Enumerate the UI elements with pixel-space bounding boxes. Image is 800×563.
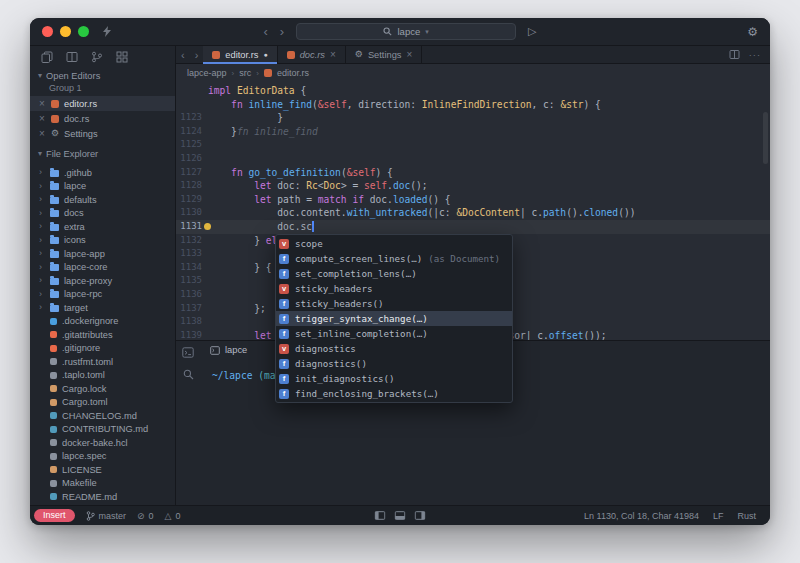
split-editor-icon[interactable] — [729, 49, 740, 60]
editor-tab[interactable]: doc.rs× — [278, 46, 346, 63]
tree-file-item[interactable]: .taplo.toml — [30, 369, 175, 383]
toggle-right-panel-icon[interactable] — [415, 511, 426, 520]
editor-tab-label: editor.rs — [225, 50, 258, 60]
tree-folder-item[interactable]: ›docs — [30, 207, 175, 221]
code-line[interactable]: 1124 }fn inline_find — [176, 125, 770, 139]
completion-item[interactable]: fsticky_headers() — [276, 296, 512, 311]
tree-file-item[interactable]: Cargo.lock — [30, 382, 175, 396]
open-editor-item[interactable]: ×⚙Settings — [30, 126, 175, 141]
function-kind-icon: f — [279, 329, 289, 339]
tree-file-item[interactable]: LICENSE — [30, 463, 175, 477]
tree-folder-item[interactable]: ›.github — [30, 166, 175, 180]
rust-file-icon — [51, 100, 59, 108]
rust-file-icon — [212, 51, 220, 59]
tree-file-item[interactable]: .gitignore — [30, 342, 175, 356]
editor-scrollbar[interactable] — [763, 112, 768, 164]
run-button[interactable]: ▷ — [528, 25, 536, 38]
completion-item[interactable]: ffind_enclosing_brackets(…) — [276, 386, 512, 401]
code-line[interactable]: 1130 doc.content.with_untracked(|c: &Doc… — [176, 206, 770, 220]
code-line[interactable]: 1128 let doc: Rc<Doc> = self.doc(); — [176, 179, 770, 193]
forward-button[interactable]: › — [280, 25, 284, 38]
code-line[interactable]: 1129 let path = match if doc.loaded() { — [176, 193, 770, 207]
tree-file-item[interactable]: .rustfmt.toml — [30, 355, 175, 369]
tab-forward-button[interactable]: › — [190, 49, 204, 61]
editor-layout-view-icon[interactable] — [66, 51, 78, 63]
tab-back-button[interactable]: ‹ — [176, 49, 190, 61]
completion-item[interactable]: ftrigger_syntax_change(…) — [276, 311, 512, 326]
code-line[interactable]: 1125 — [176, 138, 770, 152]
open-editor-item[interactable]: ×editor.rs — [30, 96, 175, 111]
warning-count[interactable]: △ 0 — [165, 511, 181, 521]
tabbar-actions: ··· — [720, 49, 770, 60]
code-line[interactable]: 1131 doc.sc — [176, 220, 770, 234]
completion-item[interactable]: fset_inline_completion(…) — [276, 326, 512, 341]
tree-folder-item[interactable]: ›lapce — [30, 180, 175, 194]
code-action-lightbulb-icon[interactable] — [204, 223, 211, 230]
completion-item[interactable]: vscope — [276, 236, 512, 251]
file-explorer-header[interactable]: ▾ File Explorer — [30, 146, 175, 161]
command-palette-button[interactable]: lapce ▾ — [296, 23, 516, 40]
tree-file-item[interactable]: Makefile — [30, 477, 175, 491]
error-count[interactable]: ⊘ 0 — [137, 511, 154, 521]
open-editors-header[interactable]: ▾ Open Editors — [30, 68, 175, 83]
tree-file-item[interactable]: CHANGELOG.md — [30, 409, 175, 423]
editor-tab[interactable]: editor.rs● — [203, 46, 277, 63]
tree-file-item[interactable]: .gitattributes — [30, 328, 175, 342]
close-icon[interactable]: × — [39, 129, 46, 139]
completion-item[interactable]: finit_diagnostics() — [276, 371, 512, 386]
completion-item[interactable]: vsticky_headers — [276, 281, 512, 296]
tree-file-item[interactable]: .dockerignore — [30, 315, 175, 329]
back-button[interactable]: ‹ — [263, 25, 267, 38]
completion-item[interactable]: fcompute_screen_lines(…) (as Document) — [276, 251, 512, 266]
sidebar: ▾ Open Editors Group 1 ×editor.rs×doc.rs… — [30, 46, 176, 505]
tree-folder-item[interactable]: ›lapce-app — [30, 247, 175, 261]
close-icon[interactable]: × — [39, 114, 46, 124]
toggle-bottom-panel-icon[interactable] — [395, 511, 406, 520]
tree-folder-item[interactable]: ›icons — [30, 234, 175, 248]
code-line[interactable]: 1127 fn go_to_definition(&self) { — [176, 166, 770, 180]
line-ending-indicator[interactable]: LF — [713, 511, 724, 521]
git-branch-indicator[interactable]: master — [86, 511, 127, 521]
close-icon[interactable]: × — [407, 50, 413, 60]
code-token: | c. — [520, 207, 543, 218]
file-explorer-view-icon[interactable] — [41, 51, 53, 63]
close-icon[interactable]: × — [330, 50, 336, 60]
tree-file-item[interactable]: Cargo.toml — [30, 396, 175, 410]
tree-folder-item[interactable]: ›target — [30, 301, 175, 315]
plugin-view-icon[interactable] — [116, 51, 128, 63]
terminal-panel-icon[interactable] — [182, 347, 194, 358]
tree-folder-item[interactable]: ›extra — [30, 220, 175, 234]
tree-folder-item[interactable]: ›defaults — [30, 193, 175, 207]
more-actions-icon[interactable]: ··· — [749, 50, 761, 60]
tree-file-item[interactable]: CONTRIBUTING.md — [30, 423, 175, 437]
tree-file-item[interactable]: docker-bake.hcl — [30, 436, 175, 450]
completion-item[interactable]: vdiagnostics — [276, 341, 512, 356]
terminal-tab[interactable]: lapce — [200, 341, 257, 359]
language-mode[interactable]: Rust — [737, 511, 756, 521]
toggle-left-panel-icon[interactable] — [375, 511, 386, 520]
breadcrumb-item[interactable]: src — [239, 68, 251, 78]
tree-folder-item[interactable]: ›lapce-proxy — [30, 274, 175, 288]
breadcrumb-item[interactable]: editor.rs — [277, 68, 309, 78]
tree-file-item[interactable]: lapce.spec — [30, 450, 175, 464]
code-token: go_to_definition — [248, 167, 340, 178]
completion-item[interactable]: fset_completion_lens(…) — [276, 266, 512, 281]
tree-folder-item[interactable]: ›lapce-rpc — [30, 288, 175, 302]
cursor-position[interactable]: Ln 1130, Col 18, Char 41984 — [584, 511, 699, 521]
tree-file-item[interactable]: README.md — [30, 490, 175, 504]
close-icon[interactable]: × — [39, 99, 46, 109]
code-line[interactable]: 1123 } — [176, 111, 770, 125]
code-line[interactable]: 1126 — [176, 152, 770, 166]
breadcrumb-item[interactable]: lapce-app — [187, 68, 227, 78]
code-token — [208, 330, 254, 340]
file-icon — [50, 426, 57, 433]
editor-mode-badge[interactable]: Insert — [34, 509, 75, 522]
editor-tab[interactable]: ⚙Settings× — [346, 46, 423, 63]
tree-folder-item[interactable]: ›lapce-core — [30, 261, 175, 275]
open-editor-item[interactable]: ×doc.rs — [30, 111, 175, 126]
code-line[interactable]: impl EditorData { — [176, 84, 770, 98]
search-panel-icon[interactable] — [183, 369, 194, 380]
code-line[interactable]: fn inline_find(&self, direction: InlineF… — [176, 98, 770, 112]
source-control-view-icon[interactable] — [91, 51, 103, 63]
completion-item[interactable]: fdiagnostics() — [276, 356, 512, 371]
